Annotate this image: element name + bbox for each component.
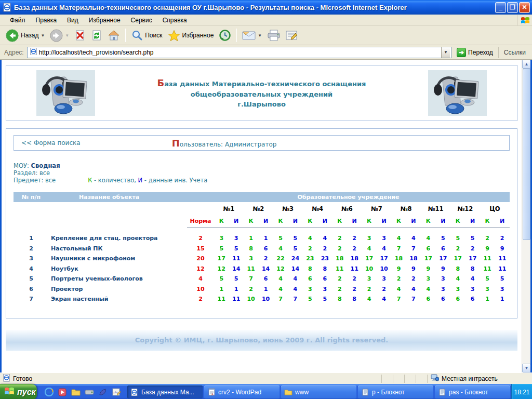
school-header-4: №6 bbox=[332, 202, 362, 216]
status-separator bbox=[404, 375, 416, 383]
mail-button[interactable]: ▼ bbox=[240, 29, 264, 42]
k-value: 7 bbox=[244, 274, 258, 284]
quick-launch-media-icon[interactable] bbox=[58, 388, 67, 397]
close-button[interactable]: ✕ bbox=[519, 2, 530, 13]
mail-icon bbox=[242, 30, 256, 41]
menu-item-0[interactable]: Файл bbox=[5, 15, 31, 25]
norm-value: 12 bbox=[187, 264, 214, 274]
k-value: 2 bbox=[362, 284, 376, 295]
search-button[interactable]: Поиск bbox=[128, 28, 165, 43]
go-button[interactable]: ➔ Переход bbox=[454, 47, 496, 58]
edit-button[interactable] bbox=[283, 29, 301, 42]
k-value: 4 bbox=[273, 284, 288, 295]
menu-item-3[interactable]: Избранное bbox=[84, 15, 126, 25]
i-value: 7 bbox=[406, 244, 421, 254]
window-titlebar: База данных Материально-технического осн… bbox=[0, 0, 532, 15]
vertical-scrollbar[interactable]: ▲ ▼ bbox=[522, 60, 530, 373]
i-value: 1 bbox=[229, 284, 243, 295]
i-value: 5 bbox=[288, 244, 302, 254]
home-icon bbox=[108, 30, 120, 41]
computer-logo-right bbox=[428, 70, 487, 116]
stop-button[interactable] bbox=[72, 28, 88, 43]
task-button-2[interactable]: www bbox=[281, 385, 356, 398]
menu-item-1[interactable]: Правка bbox=[31, 15, 62, 25]
row-number: 7 bbox=[14, 294, 49, 304]
print-icon bbox=[267, 30, 281, 41]
quick-launch-ie-icon[interactable] bbox=[44, 388, 54, 397]
k-header: К bbox=[273, 216, 288, 227]
quick-launch-drive-icon[interactable] bbox=[85, 388, 94, 397]
page-header: База данных Материально-технического осн… bbox=[6, 65, 517, 121]
status-left-pane: Готово bbox=[1, 374, 381, 383]
refresh-button[interactable] bbox=[88, 28, 105, 43]
i-value: 1 bbox=[258, 233, 273, 244]
filter-summary: МОУ: Сводная Раздел: все Предмет: всеК -… bbox=[14, 162, 510, 184]
address-input[interactable] bbox=[39, 49, 441, 56]
row-number: 2 bbox=[14, 244, 49, 254]
history-button[interactable] bbox=[216, 28, 234, 43]
results-table: № п/п Название объекта Образовательное у… bbox=[14, 192, 510, 304]
scrollbar-thumb[interactable] bbox=[523, 69, 530, 240]
search-form-link[interactable]: << Форма поиска bbox=[21, 139, 81, 147]
i-value: 14 bbox=[288, 264, 302, 274]
k-value: 8 bbox=[244, 244, 258, 254]
k-value: 17 bbox=[421, 254, 435, 264]
i-header: И bbox=[495, 216, 510, 227]
go-label: Переход bbox=[468, 49, 493, 56]
k-value: 5 bbox=[480, 274, 495, 284]
stop-icon bbox=[74, 30, 86, 41]
web-page: База данных Материально-технического осн… bbox=[2, 60, 522, 373]
task-button-0[interactable]: База данных Ма... bbox=[127, 385, 203, 398]
mail-dropdown-icon[interactable]: ▼ bbox=[258, 33, 262, 38]
filter-predmet: Предмет: всеК - количество, И - данные и… bbox=[14, 177, 510, 184]
start-button[interactable]: пуск bbox=[0, 384, 37, 399]
forward-dropdown-icon[interactable]: ▼ bbox=[65, 33, 69, 38]
quick-launch-folder-icon[interactable] bbox=[71, 388, 81, 397]
restore-button[interactable]: ❐ bbox=[507, 2, 518, 13]
address-dropdown-icon[interactable]: ▼ bbox=[441, 47, 450, 58]
filter-razdel: Раздел: все bbox=[14, 169, 510, 177]
quick-launch-app-icon[interactable] bbox=[98, 388, 108, 397]
k-value: 2 bbox=[303, 244, 317, 254]
i-value: 8 bbox=[317, 264, 332, 274]
task-button-4[interactable]: pas - Блокнот bbox=[435, 385, 510, 398]
favorites-button[interactable]: Избранное bbox=[165, 28, 217, 43]
i-value: 4 bbox=[406, 233, 421, 244]
school-header-8: №12 bbox=[450, 202, 480, 216]
minimize-button[interactable]: _ bbox=[495, 2, 506, 13]
i-value: 3 bbox=[465, 284, 480, 295]
i-value: 2 bbox=[347, 233, 362, 244]
toolbar-separator bbox=[236, 29, 237, 42]
k-value: 8 bbox=[332, 294, 347, 304]
start-windows-flag-icon bbox=[4, 386, 15, 398]
back-button[interactable]: Назад ▼ bbox=[3, 28, 47, 44]
home-button[interactable] bbox=[105, 28, 123, 43]
norm-value: 15 bbox=[187, 244, 214, 254]
k-value: 12 bbox=[273, 264, 288, 274]
task-button-3[interactable]: p - Блокнот bbox=[358, 385, 433, 398]
i-value: 3 bbox=[377, 274, 391, 284]
print-button[interactable] bbox=[264, 28, 283, 43]
k-value: 3 bbox=[450, 284, 465, 295]
k-value: 3 bbox=[421, 274, 435, 284]
k-value: 3 bbox=[362, 233, 376, 244]
k-value: 2 bbox=[244, 284, 258, 295]
scroll-up-icon[interactable]: ▲ bbox=[522, 60, 531, 69]
i-value: 5 bbox=[288, 233, 302, 244]
norm-header: Норма bbox=[187, 216, 214, 227]
back-dropdown-icon[interactable]: ▼ bbox=[41, 33, 45, 38]
menu-item-2[interactable]: Вид bbox=[62, 15, 84, 25]
quick-launch-php-edit-icon[interactable]: php bbox=[112, 388, 121, 397]
scroll-down-icon[interactable]: ▼ bbox=[522, 364, 531, 373]
school-header-9: ЦО bbox=[480, 202, 510, 216]
task-button-1[interactable]: Acrv2 - WordPad bbox=[204, 385, 280, 398]
k-value: 11 bbox=[480, 254, 495, 264]
menu-item-5[interactable]: Справка bbox=[157, 15, 192, 25]
forward-button[interactable]: ▼ bbox=[47, 28, 72, 44]
status-text: Готово bbox=[13, 375, 32, 382]
security-zone-pane: Местная интрасеть bbox=[427, 375, 531, 383]
table-row: 6Проектор1011214433222244433333 bbox=[14, 284, 510, 295]
menu-item-4[interactable]: Сервис bbox=[126, 15, 157, 25]
k-value: 3 bbox=[480, 284, 495, 295]
norm-value: 2 bbox=[187, 294, 214, 304]
